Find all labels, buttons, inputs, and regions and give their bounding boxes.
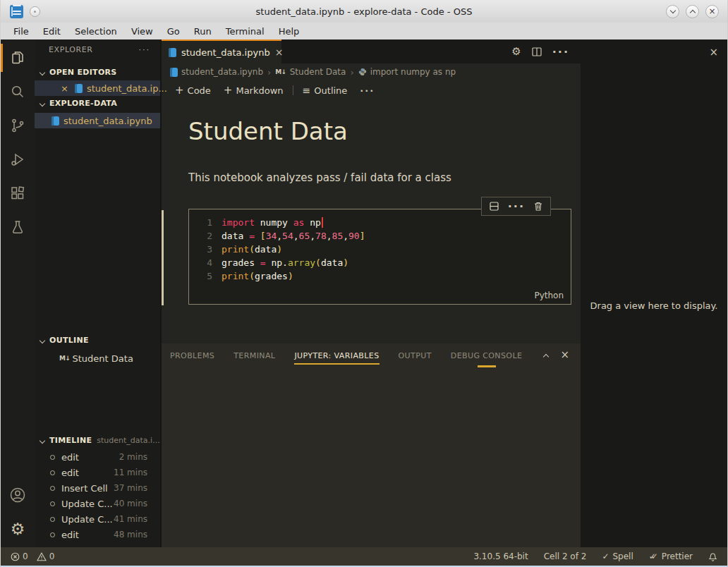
outline-item-label: Student Data [73, 353, 133, 364]
menu-terminal[interactable]: Terminal [219, 26, 272, 37]
activity-explorer[interactable] [1, 41, 35, 75]
status-3-10-5-64-bit[interactable]: 3.10.5 64-bit [473, 551, 528, 561]
outline-item[interactable]: M↓ Student Data [35, 350, 160, 366]
panel-tab-label: TERMINAL [233, 351, 275, 360]
toolbar-code-button[interactable]: +Code [169, 84, 217, 97]
panel-tab-problems[interactable]: PROBLEMS [170, 343, 214, 367]
code-text: grades = np.array(data) [222, 256, 348, 269]
outline-section-header[interactable]: OUTLINE [40, 336, 89, 345]
breadcrumb-segment[interactable]: import numpy as np [358, 67, 456, 77]
code-line[interactable]: 4grades = np.array(data) [189, 256, 571, 269]
chevron-up-icon [689, 10, 695, 16]
activity-run-debug[interactable] [1, 142, 35, 176]
timeline-item-time: 37 mins [114, 483, 147, 493]
warning-count: 0 [49, 551, 55, 561]
code-line[interactable]: 2data = [34,54,65,78,85,90] [189, 229, 571, 243]
code-cell[interactable]: 1import numpy as np2data = [34,54,65,78,… [188, 209, 571, 305]
status-prettier[interactable]: ✓✓Prettier [649, 551, 693, 561]
activity-extensions[interactable] [1, 176, 35, 210]
source-control-icon [9, 117, 26, 134]
panel-tab-terminal[interactable]: TERMINAL [233, 343, 275, 367]
check-icon: ✓ [602, 551, 609, 561]
panel-tab-debug-console[interactable]: DEBUG CONSOLE [451, 343, 523, 367]
open-editor-item[interactable]: × student_data.ip... [35, 80, 160, 96]
timeline-label: TIMELINE [49, 436, 92, 445]
cell-language-label[interactable]: Python [534, 291, 564, 300]
menu-run[interactable]: Run [187, 26, 219, 37]
timeline-section-header[interactable]: TIMELINE student_data.i... [40, 436, 160, 445]
close-button[interactable]: × [705, 5, 719, 18]
outline-icon: ≡ [303, 85, 311, 96]
split-editor-icon[interactable] [532, 47, 542, 56]
toolbar-outline-button[interactable]: ≡Outline [296, 85, 354, 96]
errors-status[interactable]: 0 [11, 551, 28, 561]
panel-tab-jupyter-variables[interactable]: JUPYTER: VARIABLES [294, 343, 379, 367]
breadcrumb-segment[interactable]: M↓Student Data [275, 67, 346, 77]
notebook-file-icon [51, 116, 59, 126]
menu-selection[interactable]: Selection [68, 26, 124, 37]
timeline-item[interactable]: Update C... 40 mins [35, 496, 160, 511]
double-check-icon: ✓✓ [649, 551, 658, 561]
toolbar-markdown-button[interactable]: +Markdown [217, 84, 290, 97]
split-cell-icon[interactable] [490, 202, 499, 211]
folder-name-label: EXPLORE-DATA [49, 99, 117, 108]
breadcrumb-segment[interactable]: student_data.ipynb [170, 67, 263, 77]
activity-source-control[interactable] [1, 109, 35, 142]
activity-account[interactable] [1, 478, 35, 512]
open-editors-header[interactable]: OPEN EDITORS [40, 68, 117, 77]
minimize-button[interactable] [666, 5, 679, 18]
toolbar-button-label: Outline [314, 85, 347, 96]
code-line[interactable]: 1import numpy as np [189, 216, 571, 229]
gear-icon[interactable]: ⚙ [511, 47, 521, 57]
breadcrumb-label: student_data.ipynb [181, 67, 263, 77]
titlebar: student_data.ipynb - explore-data - Code… [1, 0, 727, 23]
collapse-icon[interactable] [543, 353, 549, 359]
activity-bar: ⚙ [1, 39, 35, 547]
sidebar-more-icon[interactable]: ··· [139, 45, 151, 54]
run-debug-icon [9, 151, 26, 168]
extensions-icon [9, 185, 26, 202]
timeline-item[interactable]: edit 48 mins [35, 527, 160, 542]
menu-go[interactable]: Go [160, 26, 187, 37]
timeline-item[interactable]: edit 11 mins [35, 465, 160, 480]
more-icon: ··· [360, 85, 375, 96]
plus-icon: + [175, 84, 184, 97]
trash-icon[interactable] [534, 202, 542, 211]
close-panel-icon[interactable]: × [560, 350, 569, 360]
timeline-item[interactable]: Update C... 41 mins [35, 511, 160, 527]
more-icon[interactable]: ··· [508, 200, 525, 213]
python-icon [358, 68, 367, 76]
activity-search[interactable] [1, 75, 35, 109]
open-editors-label: OPEN EDITORS [49, 68, 117, 77]
tab-close-icon[interactable]: × [275, 47, 284, 58]
folder-section-header[interactable]: EXPLORE-DATA [40, 99, 117, 108]
code-editor[interactable]: 1import numpy as np2data = [34,54,65,78,… [189, 209, 571, 283]
code-line[interactable]: 3print(data) [189, 243, 571, 256]
activity-settings[interactable]: ⚙ [1, 512, 35, 546]
tab-label: student_data.ipynb [181, 47, 270, 58]
toolbar-more-button[interactable]: ··· [353, 85, 381, 96]
timeline-item[interactable]: edit 2 mins [35, 449, 160, 465]
chevron-down-icon [40, 437, 45, 443]
activity-testing[interactable] [1, 210, 35, 244]
tab-student-data[interactable]: student_data.ipynb × [162, 39, 281, 63]
close-editor-icon[interactable]: × [61, 83, 68, 94]
menu-edit[interactable]: Edit [36, 26, 68, 37]
maximize-button[interactable] [686, 5, 699, 18]
notifications-bell-icon[interactable] [708, 551, 717, 561]
vscode-window: student_data.ipynb - explore-data - Code… [0, 0, 728, 567]
file-tree-item[interactable]: student_data.ipynb [35, 113, 160, 128]
menu-view[interactable]: View [124, 26, 160, 37]
close-aux-icon[interactable]: × [709, 46, 718, 59]
status-cell-2-of-2[interactable]: Cell 2 of 2 [544, 551, 587, 561]
warnings-status[interactable]: 0 [37, 551, 55, 561]
code-line[interactable]: 5print(grades) [189, 269, 571, 283]
menu-file[interactable]: File [6, 26, 36, 37]
more-actions-icon[interactable]: ··· [552, 45, 569, 59]
timeline-item[interactable]: Insert Cell 37 mins [35, 480, 160, 496]
panel-tab-label: PROBLEMS [170, 351, 214, 360]
panel-tab-output[interactable]: OUTPUT [399, 343, 432, 367]
aux-view-area[interactable]: × Drag a view here to display. [581, 39, 727, 547]
status-spell[interactable]: ✓Spell [602, 551, 633, 561]
menu-help[interactable]: Help [272, 26, 307, 37]
